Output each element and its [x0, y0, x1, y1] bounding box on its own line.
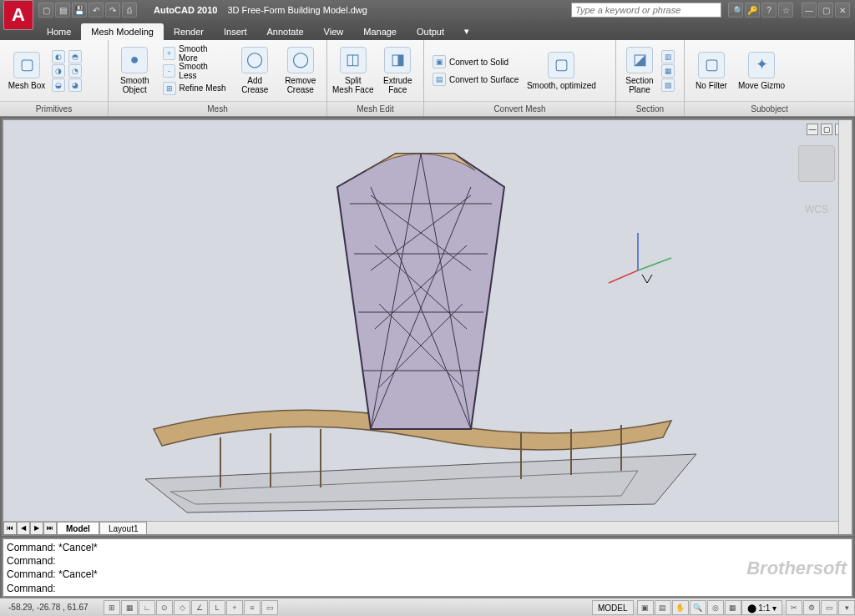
help-icon[interactable]: ?: [761, 3, 777, 18]
mesh-box-button[interactable]: ▢ Mesh Box: [5, 43, 48, 98]
status-tool-icon[interactable]: ▦: [725, 600, 741, 615]
tab-insert[interactable]: Insert: [214, 23, 257, 40]
command-line: Command: *Cancel*: [7, 541, 848, 554]
tab-extras-icon[interactable]: ▾: [454, 23, 479, 40]
add-crease-icon: ◯: [241, 47, 268, 73]
status-tool-icon[interactable]: ▤: [655, 600, 671, 615]
ribbon-tabs: Home Mesh Modeling Render Insert Annotat…: [0, 20, 855, 40]
extrude-icon: ◨: [384, 47, 411, 73]
viewcube[interactable]: [798, 145, 835, 182]
print-icon[interactable]: ⎙: [122, 3, 137, 18]
tab-next-icon[interactable]: ▶: [30, 522, 43, 535]
ducs-toggle-icon[interactable]: L: [209, 600, 225, 615]
tab-manage[interactable]: Manage: [353, 23, 407, 40]
status-tool-icon[interactable]: ✋: [672, 600, 689, 615]
document-title: 3D Free-Form Building Model.dwg: [227, 5, 367, 15]
redo-icon[interactable]: ↷: [105, 3, 120, 18]
qp-toggle-icon[interactable]: ▭: [261, 600, 278, 615]
smooth-optimized-button[interactable]: ▢ Smooth, optimized: [525, 43, 597, 98]
tab-home[interactable]: Home: [37, 23, 81, 40]
search-go-icon[interactable]: 🔎: [728, 3, 743, 18]
primitive-icon[interactable]: ◕: [68, 78, 82, 92]
key-icon[interactable]: 🔑: [745, 3, 760, 18]
app-menu-button[interactable]: A: [3, 0, 33, 30]
status-tool-icon[interactable]: 🔍: [690, 600, 706, 615]
primitive-icon[interactable]: ◓: [68, 50, 82, 63]
add-crease-button[interactable]: ◯ Add Crease: [234, 43, 276, 98]
panel-title-section[interactable]: Section: [616, 101, 684, 116]
ortho-toggle-icon[interactable]: ∟: [139, 600, 155, 615]
section-tool-icon[interactable]: ▥: [661, 50, 675, 63]
grid-toggle-icon[interactable]: ▦: [121, 600, 138, 615]
viewport-minimize-icon[interactable]: —: [807, 124, 818, 135]
convert-to-solid-button[interactable]: ▣Convert to Solid: [429, 53, 522, 70]
otrack-toggle-icon[interactable]: ∠: [191, 600, 208, 615]
no-filter-button[interactable]: ▢ No Filter: [690, 43, 733, 98]
viewport-maximize-icon[interactable]: ▢: [821, 124, 832, 135]
status-bar: -58.29, -26.78 , 61.67 ⊞ ▦ ∟ ⊙ ◇ ∠ L + ≡…: [0, 598, 855, 616]
model-tab[interactable]: Model: [57, 522, 99, 535]
primitive-icon[interactable]: ◒: [52, 78, 65, 92]
model-render: [120, 137, 721, 529]
remove-crease-button[interactable]: ◯ Remove Crease: [280, 43, 322, 98]
undo-icon[interactable]: ↶: [89, 3, 104, 18]
tab-view[interactable]: View: [314, 23, 354, 40]
ribbon: ▢ Mesh Box ◐ ◑ ◒ ◓ ◔ ◕ Primitives ● Smoo…: [0, 40, 855, 117]
tab-mesh-modeling[interactable]: Mesh Modeling: [81, 23, 164, 40]
refine-mesh-button[interactable]: ⊞Refine Mesh: [159, 80, 231, 97]
split-mesh-face-button[interactable]: ◫ Split Mesh Face: [332, 43, 374, 98]
new-icon[interactable]: ▢: [38, 3, 53, 18]
smooth-object-label: Smooth Object: [120, 76, 149, 94]
status-tool-icon[interactable]: ✂: [786, 600, 802, 615]
osnap-toggle-icon[interactable]: ◇: [174, 600, 190, 615]
minimize-icon[interactable]: —: [802, 3, 817, 18]
command-window[interactable]: Command: *Cancel* Command: Command: *Can…: [2, 538, 853, 598]
model-space-button[interactable]: MODEL: [592, 600, 634, 615]
status-tool-icon[interactable]: ⚙: [803, 600, 820, 615]
tab-prev-icon[interactable]: ◀: [17, 522, 30, 535]
section-tool-icon[interactable]: ▧: [661, 78, 675, 92]
open-icon[interactable]: ▤: [55, 3, 70, 18]
save-icon[interactable]: 💾: [72, 3, 87, 18]
status-tool-icon[interactable]: ▣: [637, 600, 654, 615]
tab-output[interactable]: Output: [407, 23, 454, 40]
snap-toggle-icon[interactable]: ⊞: [104, 600, 120, 615]
move-gizmo-button[interactable]: ✦ Move Gizmo: [736, 43, 787, 98]
svg-marker-2: [337, 154, 504, 429]
drawing-viewport[interactable]: — ▢ ✕ WCS: [2, 119, 853, 536]
extrude-face-button[interactable]: ◨ Extrude Face: [377, 43, 419, 98]
tab-render[interactable]: Render: [164, 23, 214, 40]
wcs-label[interactable]: WCS: [805, 204, 828, 215]
tab-annotate[interactable]: Annotate: [257, 23, 314, 40]
layout1-tab[interactable]: Layout1: [99, 522, 148, 535]
annotation-scale-button[interactable]: ⬤ 1:1 ▾: [741, 600, 782, 615]
primitive-icon[interactable]: ◑: [52, 64, 65, 78]
convert-to-surface-button[interactable]: ▤Convert to Surface: [429, 71, 522, 88]
split-icon: ◫: [340, 47, 367, 73]
primitive-icon[interactable]: ◔: [68, 64, 82, 78]
section-plane-button[interactable]: ◪ Section Plane: [621, 43, 658, 98]
status-tool-icon[interactable]: ▭: [821, 600, 837, 615]
favorite-icon[interactable]: ☆: [778, 3, 793, 18]
smooth-less-button[interactable]: -Smooth Less: [159, 63, 231, 79]
lwt-toggle-icon[interactable]: ≡: [244, 600, 261, 615]
primitive-icon[interactable]: ◐: [52, 50, 65, 63]
vertical-scrollbar[interactable]: [838, 120, 852, 534]
smooth-more-button[interactable]: +Smooth More: [159, 45, 231, 62]
close-icon[interactable]: ✕: [835, 3, 850, 18]
coordinates-readout[interactable]: -58.29, -26.78 , 61.67: [0, 603, 100, 612]
polar-toggle-icon[interactable]: ⊙: [156, 600, 173, 615]
refine-icon: ⊞: [163, 82, 176, 95]
maximize-icon[interactable]: ▢: [818, 3, 833, 18]
dyn-toggle-icon[interactable]: +: [226, 600, 243, 615]
panel-title-mesh[interactable]: Mesh: [109, 101, 326, 116]
status-tool-icon[interactable]: ◎: [707, 600, 724, 615]
tab-last-icon[interactable]: ⏭: [43, 522, 57, 535]
search-input[interactable]: [571, 3, 721, 18]
panel-title-primitives[interactable]: Primitives: [0, 101, 108, 116]
section-tool-icon[interactable]: ▦: [661, 64, 675, 78]
command-line: Command: *Cancel*: [7, 568, 848, 581]
status-tool-icon[interactable]: ▾: [838, 600, 855, 615]
smooth-object-button[interactable]: ● Smooth Object: [114, 43, 156, 98]
tab-first-icon[interactable]: ⏮: [3, 522, 17, 535]
